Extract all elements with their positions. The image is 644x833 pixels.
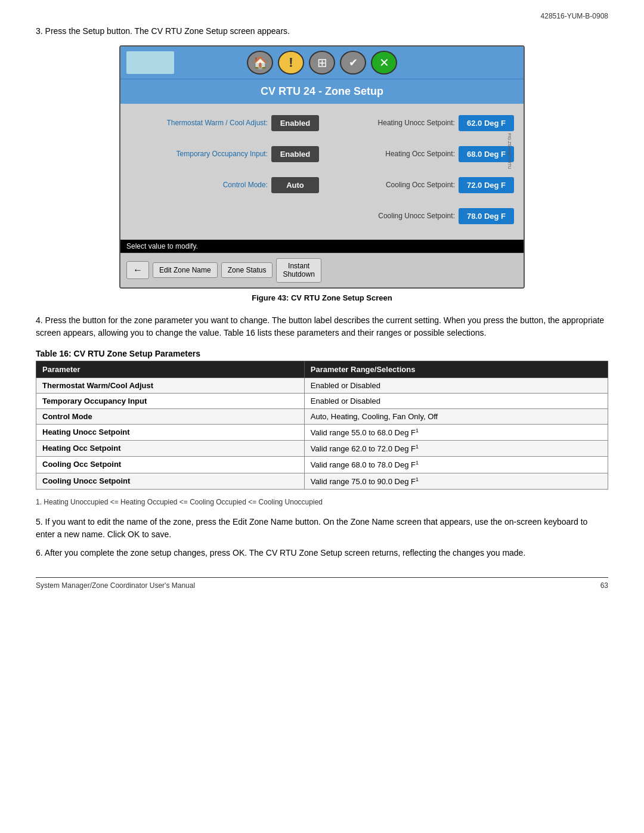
zone-status-button[interactable]: Zone Status (221, 262, 273, 278)
range-cell: Enabled or Disabled (304, 393, 608, 408)
table-title: Table 16: CV RTU Zone Setup Parameters (36, 349, 608, 358)
range-cell: Valid range 68.0 to 78.0 Deg F1 (304, 457, 608, 473)
range-cell: Valid range 55.0 to 68.0 Deg F1 (304, 424, 608, 440)
heating-unocc-label: Heating Unocc Setpoint: (325, 119, 455, 127)
param-cell: Temporary Occupancy Input (36, 393, 305, 408)
right-params-column: Heating Unocc Setpoint: 62.0 Deg F Heati… (325, 110, 514, 234)
table-footnote: 1. Heating Unoccupied <= Heating Occupie… (36, 498, 608, 506)
table-row: Temporary Occupancy InputEnabled or Disa… (36, 393, 608, 408)
param-row-cooling-unocc: Cooling Unocc Setpoint: 78.0 Deg F (325, 203, 514, 229)
param-cell: Cooling Occ Setpoint (36, 457, 305, 473)
control-mode-label: Control Mode: (130, 181, 268, 189)
param-row-occupancy: Temporary Occupancy Input: Enabled (130, 141, 319, 167)
step5-number: 5. (36, 517, 43, 527)
table-row: Cooling Unocc SetpointValid range 75.0 t… (36, 473, 608, 489)
occupancy-label: Temporary Occupancy Input: (130, 150, 268, 158)
nav-alert-button[interactable]: ! (278, 51, 304, 75)
back-button[interactable]: ← (126, 261, 149, 279)
param-cell: Thermostat Warm/Cool Adjust (36, 377, 305, 393)
figure-caption: Figure 43: CV RTU Zone Setup Screen (36, 293, 608, 302)
table-header-row: Parameter Parameter Range/Selections (36, 361, 608, 377)
params-table: Parameter Parameter Range/Selections The… (36, 361, 608, 490)
param-cell: Heating Unocc Setpoint (36, 424, 305, 440)
param-row-cooling-occ: Cooling Occ Setpoint: 72.0 Deg F (325, 172, 514, 198)
occupancy-value-button[interactable]: Enabled (271, 146, 319, 162)
screen-body: Thermostat Warm / Cool Adjust: Enabled T… (120, 104, 524, 240)
step3-content: Press the Setup button. The CV RTU Zone … (45, 26, 290, 36)
nav-close-button[interactable]: ✕ (371, 51, 397, 75)
range-cell: Valid range 75.0 to 90.0 Deg F1 (304, 473, 608, 489)
step4-text: 4. Press the button for the zone paramet… (36, 314, 608, 339)
left-params-column: Thermostat Warm / Cool Adjust: Enabled T… (130, 110, 319, 234)
screen-tab-indicator (126, 51, 174, 74)
step5-content: If you want to edit the name of the zone… (36, 517, 587, 539)
instant-shutdown-button[interactable]: InstantShutdown (276, 258, 321, 283)
table-row: Heating Unocc SetpointValid range 55.0 t… (36, 424, 608, 440)
range-cell: Auto, Heating, Cooling, Fan Only, Off (304, 408, 608, 424)
screen-status-bar: Select value to modify. (120, 240, 524, 253)
col-header-range: Parameter Range/Selections (304, 361, 608, 377)
heating-unocc-value-button[interactable]: 62.0 Deg F (459, 115, 514, 131)
step6-text: 6. After you complete the zone setup cha… (36, 547, 608, 559)
nav-home-button[interactable]: 🏠 (247, 51, 273, 75)
param-row-heating-unocc: Heating Unocc Setpoint: 62.0 Deg F (325, 110, 514, 136)
table-row: Heating Occ SetpointValid range 62.0 to … (36, 441, 608, 457)
nav-check-button[interactable]: ✔ (340, 51, 366, 75)
range-cell: Enabled or Disabled (304, 377, 608, 393)
cooling-unocc-value-button[interactable]: 78.0 Deg F (459, 208, 514, 224)
step6-content: After you complete the zone setup change… (45, 548, 525, 558)
param-row-thermostat: Thermostat Warm / Cool Adjust: Enabled (130, 110, 319, 136)
edit-zone-name-button[interactable]: Edit Zone Name (153, 262, 218, 278)
doc-reference: 428516-YUM-B-0908 (36, 12, 608, 20)
step4-number: 4. (36, 315, 43, 325)
col-header-parameter: Parameter (36, 361, 305, 377)
table-row: Control ModeAuto, Heating, Cooling, Fan … (36, 408, 608, 424)
footer-left: System Manager/Zone Coordinator User's M… (36, 581, 195, 590)
figure-side-label: FIG.ZSetupCVRTU (507, 133, 511, 169)
param-row-control-mode: Control Mode: Auto (130, 172, 319, 198)
param-cell: Cooling Unocc Setpoint (36, 473, 305, 489)
control-mode-value-button[interactable]: Auto (271, 177, 319, 193)
param-cell: Control Mode (36, 408, 305, 424)
step6-number: 6. (36, 548, 43, 558)
nav-grid-button[interactable]: ⊞ (309, 51, 335, 75)
heating-occ-value-button[interactable]: 68.0 Deg F (459, 146, 514, 162)
page-footer: System Manager/Zone Coordinator User's M… (36, 577, 608, 590)
screen-title: CV RTU 24 - Zone Setup (120, 79, 524, 104)
thermostat-value-button[interactable]: Enabled (271, 115, 319, 131)
param-row-heating-occ: Heating Occ Setpoint: 68.0 Deg F (325, 141, 514, 167)
cv-rtu-screen: 🏠 ! ⊞ ✔ ✕ CV RTU 24 - Zone Setup Thermos… (119, 45, 525, 289)
step5-text: 5. If you want to edit the name of the z… (36, 516, 608, 541)
table-row: Thermostat Warm/Cool AdjustEnabled or Di… (36, 377, 608, 393)
param-cell: Heating Occ Setpoint (36, 441, 305, 457)
step3-number: 3. (36, 26, 43, 36)
cooling-unocc-label: Cooling Unocc Setpoint: (325, 212, 455, 220)
left-spacer (130, 203, 319, 234)
thermostat-label: Thermostat Warm / Cool Adjust: (130, 119, 268, 127)
range-cell: Valid range 62.0 to 72.0 Deg F1 (304, 441, 608, 457)
step3-text: 3. Press the Setup button. The CV RTU Zo… (36, 26, 608, 36)
screen-topbar: 🏠 ! ⊞ ✔ ✕ (120, 47, 524, 79)
heating-occ-label: Heating Occ Setpoint: (325, 150, 455, 158)
step4-content: Press the button for the zone parameter … (36, 315, 604, 337)
screen-mockup: 🏠 ! ⊞ ✔ ✕ CV RTU 24 - Zone Setup Thermos… (119, 45, 525, 289)
cooling-occ-label: Cooling Occ Setpoint: (325, 181, 455, 189)
footer-page-number: 63 (600, 581, 608, 590)
table-row: Cooling Occ SetpointValid range 68.0 to … (36, 457, 608, 473)
screen-bottom-buttons: ← Edit Zone Name Zone Status InstantShut… (120, 253, 524, 287)
cooling-occ-value-button[interactable]: 72.0 Deg F (459, 177, 514, 193)
